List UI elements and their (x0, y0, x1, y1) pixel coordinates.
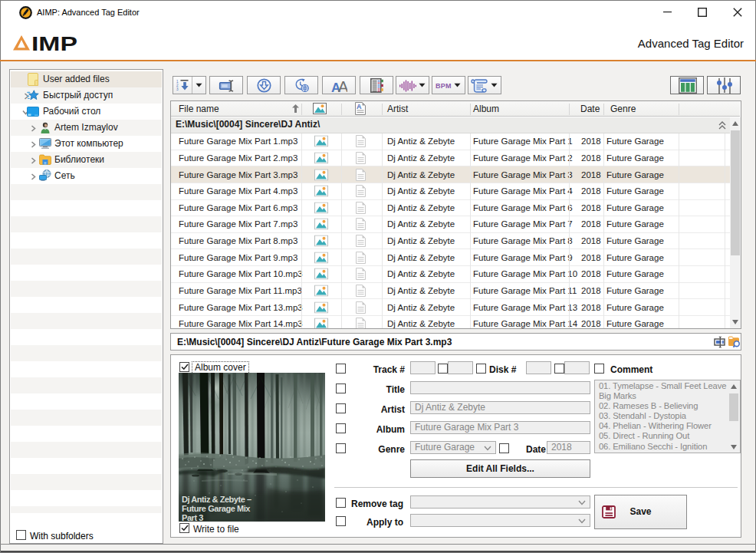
svg-text:IMP: IMP (31, 35, 77, 51)
svg-text:Dj Antiz & Zebyte –: Dj Antiz & Zebyte – (182, 495, 251, 504)
svg-text:3: 3 (176, 87, 179, 91)
svg-text:A: A (338, 78, 347, 93)
svg-text:A: A (357, 103, 362, 110)
svg-text:Future Garage Mix: Future Garage Mix (182, 504, 251, 513)
svg-text:Part 3: Part 3 (182, 513, 203, 522)
